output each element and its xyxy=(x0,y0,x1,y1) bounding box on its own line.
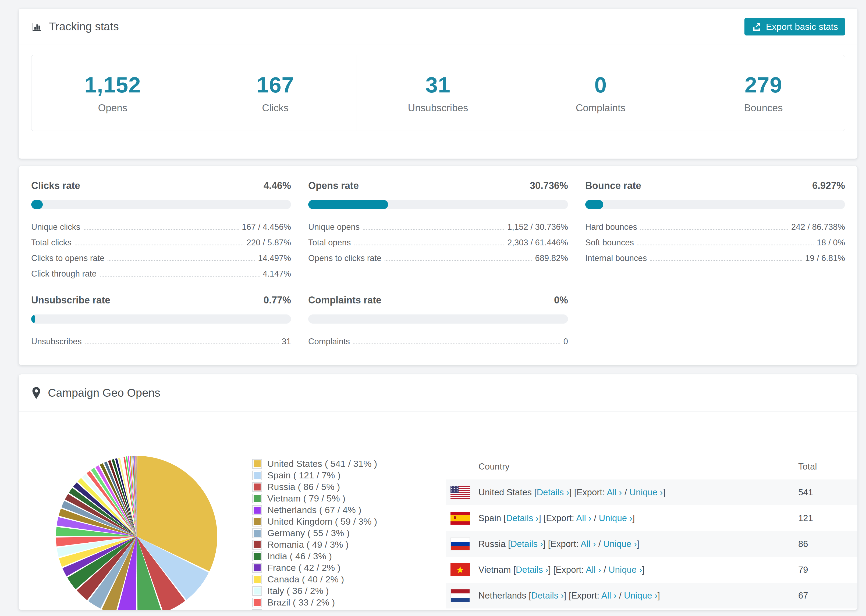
geo-content: United States ( 541 / 31% )Spain ( 121 /… xyxy=(19,412,857,610)
legend-label: Netherlands ( 67 / 4% ) xyxy=(267,505,361,515)
opens-rate-block: Opens rate 30.736% Unique opens1,152 / 3… xyxy=(308,180,568,278)
summary-clicks: 167 Clicks xyxy=(194,55,357,130)
legend-label: Spain ( 121 / 7% ) xyxy=(267,470,340,481)
export-unique-link[interactable]: Unique › xyxy=(603,539,637,549)
legend-label: Romania ( 49 / 3% ) xyxy=(267,539,348,550)
rate-row-value: 1,152 / 30.736% xyxy=(507,223,568,232)
opens-rate-bar xyxy=(308,200,568,209)
clicks-rate-block: Clicks rate 4.46% Unique clicks167 / 4.4… xyxy=(31,180,291,278)
export-all-link[interactable]: All › xyxy=(601,591,617,600)
export-all-link[interactable]: All › xyxy=(586,565,601,575)
total-cell: 541 xyxy=(798,487,813,498)
legend-item: South Africa ( 29 / 2% ) xyxy=(252,608,377,610)
geo-opens-pie-chart[interactable] xyxy=(54,454,219,610)
export-unique-link[interactable]: Unique › xyxy=(609,565,642,575)
export-all-link[interactable]: All › xyxy=(581,539,596,549)
summary-complaints: 0 Complaints xyxy=(519,55,682,130)
total-column-header: Total xyxy=(798,462,817,472)
flag-es-icon xyxy=(450,512,470,525)
dotted-leader xyxy=(384,260,532,261)
unsubscribe-rate-bar xyxy=(31,314,291,324)
rate-row-label: Total opens xyxy=(308,238,351,247)
opens-rate-title: Opens rate xyxy=(308,180,359,191)
legend-label: India ( 46 / 3% ) xyxy=(267,551,332,561)
country-cell: Vietnam [Details ›] [Export: All › / Uni… xyxy=(479,565,645,575)
legend-swatch xyxy=(252,552,262,561)
tracking-stats-title: Tracking stats xyxy=(31,20,119,33)
complaints-rate-bar xyxy=(308,314,568,324)
rate-row: Clicks to opens rate14.497% xyxy=(31,247,291,263)
export-prefix: Export: xyxy=(556,565,584,575)
summary-unsubscribes: 31 Unsubscribes xyxy=(357,55,520,130)
total-cell: 121 xyxy=(798,513,813,523)
legend-label: United Kingdom ( 59 / 3% ) xyxy=(267,516,377,527)
page-title: Tracking stats xyxy=(49,20,119,33)
rate-row-label: Unique opens xyxy=(308,223,360,232)
bounce-rate-value: 6.927% xyxy=(812,180,845,191)
export-icon xyxy=(751,22,762,32)
rate-row-value: 19 / 6.81% xyxy=(805,254,845,263)
rate-row: Internal bounces19 / 6.81% xyxy=(585,247,845,263)
export-prefix: Export: xyxy=(546,513,574,523)
tracking-stats-header: Tracking stats Export basic stats xyxy=(19,9,857,45)
table-row: Netherlands [Details ›] [Export: All › /… xyxy=(446,583,858,608)
rates-card: Clicks rate 4.46% Unique clicks167 / 4.4… xyxy=(19,166,858,365)
details-link[interactable]: Details › xyxy=(531,591,564,600)
export-button-label: Export basic stats xyxy=(766,22,838,32)
details-link[interactable]: Details › xyxy=(506,513,539,523)
country-cell: Russia [Details ›] [Export: All › / Uniq… xyxy=(479,539,639,549)
summary-stats: 1,152 Opens 167 Clicks 31 Unsubscribes 0… xyxy=(31,55,845,131)
legend-item: Italy ( 36 / 2% ) xyxy=(252,585,377,597)
rate-row-label: Click through rate xyxy=(31,269,96,278)
bounces-label: Bounces xyxy=(744,102,783,114)
details-link[interactable]: Details › xyxy=(516,565,548,575)
table-row: United Kingdom [Details ›] [Export: All … xyxy=(446,608,858,610)
dotted-leader xyxy=(637,245,814,245)
legend-item: United Kingdom ( 59 / 3% ) xyxy=(252,516,377,527)
export-unique-link[interactable]: Unique › xyxy=(624,591,658,600)
legend-swatch xyxy=(252,494,262,503)
clicks-rate-value: 4.46% xyxy=(264,180,291,191)
unsubscribe-rate-value: 0.77% xyxy=(264,295,291,306)
export-unique-link[interactable]: Unique › xyxy=(599,513,633,523)
details-link[interactable]: Details › xyxy=(510,539,543,549)
map-marker-icon xyxy=(31,387,41,399)
rate-row: Unsubscribes31 xyxy=(31,331,291,346)
country-name: Russia xyxy=(479,539,505,549)
flag-nl-icon xyxy=(450,589,470,602)
legend-label: South Africa ( 29 / 2% ) xyxy=(267,609,361,610)
dotted-leader xyxy=(107,260,255,261)
flag-us-icon xyxy=(450,486,470,499)
export-all-link[interactable]: All › xyxy=(576,513,591,523)
rate-row-value: 0 xyxy=(564,337,568,346)
total-cell: 67 xyxy=(798,591,808,601)
bounce-rate-bar-fill xyxy=(585,200,603,209)
export-all-link[interactable]: All › xyxy=(607,487,622,497)
opens-rate-bar-fill xyxy=(308,200,388,209)
rate-row-value: 18 / 0% xyxy=(817,238,845,247)
unsubscribes-count: 31 xyxy=(425,72,450,97)
legend-label: United States ( 541 / 31% ) xyxy=(267,459,377,469)
export-prefix: Export: xyxy=(576,487,605,497)
clicks-count: 167 xyxy=(257,72,294,97)
rate-row: Total opens2,303 / 61.446% xyxy=(308,232,568,247)
unsubscribe-rate-block: Unsubscribe rate 0.77% Unsubscribes31 xyxy=(31,295,291,346)
rate-row-value: 689.82% xyxy=(535,254,568,263)
export-basic-stats-button[interactable]: Export basic stats xyxy=(745,18,845,36)
complaints-rate-block: Complaints rate 0% Complaints0 xyxy=(308,295,568,346)
legend-swatch xyxy=(252,563,262,573)
unsubscribe-rate-title: Unsubscribe rate xyxy=(31,295,110,306)
legend-swatch xyxy=(252,598,262,607)
tracking-stats-card: Tracking stats Export basic stats 1,152 … xyxy=(19,8,858,159)
details-link[interactable]: Details › xyxy=(537,487,569,497)
legend-swatch xyxy=(252,482,262,492)
complaints-label: Complaints xyxy=(576,102,625,114)
rate-row: Opens to clicks rate689.82% xyxy=(308,247,568,263)
summary-bounces: 279 Bounces xyxy=(682,55,845,130)
total-cell: 86 xyxy=(798,539,808,549)
dotted-leader xyxy=(353,344,560,344)
unsubscribes-label: Unsubscribes xyxy=(408,102,468,114)
country-cell: Netherlands [Details ›] [Export: All › /… xyxy=(479,591,660,601)
geo-table-header-row: Country Total xyxy=(446,454,858,479)
export-unique-link[interactable]: Unique › xyxy=(629,487,663,497)
